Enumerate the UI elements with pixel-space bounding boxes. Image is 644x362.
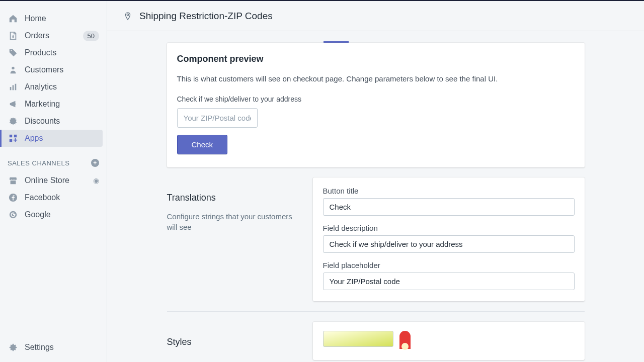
button-title-input[interactable] <box>323 198 575 216</box>
svg-point-8 <box>127 14 129 16</box>
channels-nav: Online Store ◉ Facebook Google <box>0 172 107 223</box>
sidebar-item-label: Orders <box>25 31 83 40</box>
styles-heading: Styles <box>167 337 303 347</box>
sidebar-item-label: Customers <box>25 65 99 74</box>
view-store-icon[interactable]: ◉ <box>93 176 99 185</box>
sidebar-item-settings[interactable]: Settings <box>0 339 107 356</box>
translations-card: Button title Field description Field pla… <box>313 177 585 301</box>
add-channel-button[interactable]: + <box>91 159 99 167</box>
sidebar-item-analytics[interactable]: Analytics <box>0 78 107 96</box>
channel-google[interactable]: Google <box>0 206 107 223</box>
customers-icon <box>8 64 19 75</box>
google-icon <box>8 209 19 220</box>
channel-label: Facebook <box>25 193 99 202</box>
sales-channels-label: SALES CHANNELS <box>8 159 69 167</box>
page-title: Shipping Restriction-ZIP Codes <box>139 11 273 22</box>
svg-rect-3 <box>15 84 17 90</box>
sidebar-item-customers[interactable]: Customers <box>0 61 107 78</box>
sidebar-item-label: Discounts <box>25 117 99 126</box>
products-icon <box>8 47 19 58</box>
channel-label: Google <box>25 210 99 219</box>
sidebar: Home Orders 50 Products Customers Analyt… <box>0 1 107 362</box>
sidebar-item-home[interactable]: Home <box>0 10 107 27</box>
app-pin-icon <box>122 11 133 22</box>
home-icon <box>8 13 19 24</box>
svg-point-0 <box>12 67 14 69</box>
sidebar-item-label: Home <box>25 14 99 23</box>
sidebar-item-discounts[interactable]: Discounts <box>0 113 107 130</box>
zip-input[interactable] <box>177 108 258 128</box>
sidebar-item-products[interactable]: Products <box>0 44 107 61</box>
translations-section: Translations Configure strings that your… <box>167 177 585 301</box>
sales-channels-header: SALES CHANNELS + <box>0 147 107 172</box>
discounts-icon <box>8 116 19 127</box>
marketing-icon <box>8 99 19 110</box>
sidebar-item-marketing[interactable]: Marketing <box>0 96 107 113</box>
svg-rect-1 <box>10 87 12 90</box>
sidebar-item-label: Analytics <box>25 82 99 92</box>
svg-rect-4 <box>10 135 12 137</box>
main-nav: Home Orders 50 Products Customers Analyt… <box>0 10 107 147</box>
svg-rect-6 <box>10 139 12 142</box>
translations-desc: Configure strings that your customers wi… <box>167 211 303 232</box>
field-desc-input[interactable] <box>323 235 575 253</box>
check-button[interactable]: Check <box>177 135 228 154</box>
sidebar-item-label: Apps <box>25 134 95 143</box>
orders-badge: 50 <box>83 31 99 41</box>
sidebar-item-orders[interactable]: Orders 50 <box>0 27 107 44</box>
topbar: Shipping Restriction-ZIP Codes <box>107 1 644 31</box>
translations-heading: Translations <box>167 193 303 203</box>
sidebar-item-label: Marketing <box>25 100 99 109</box>
svg-rect-2 <box>13 85 14 90</box>
field-desc-label: Field description <box>323 224 575 232</box>
svg-rect-5 <box>14 135 17 137</box>
settings-label: Settings <box>25 343 99 352</box>
content: Component preview This is what customers… <box>107 31 644 362</box>
channel-facebook[interactable]: Facebook <box>0 189 107 206</box>
styles-section: Styles <box>167 322 585 360</box>
orders-icon <box>8 30 19 41</box>
field-placeholder-input[interactable] <box>323 273 575 290</box>
channel-online-store[interactable]: Online Store ◉ <box>0 172 107 189</box>
color-picker-hue[interactable] <box>399 331 411 349</box>
gear-icon <box>8 342 19 353</box>
button-title-label: Button title <box>323 187 575 195</box>
section-divider <box>167 311 585 312</box>
store-icon <box>8 175 19 186</box>
channel-label: Online Store <box>25 176 93 185</box>
color-picker-gradient[interactable] <box>323 331 393 347</box>
sidebar-item-label: Products <box>25 48 99 57</box>
preview-description: This is what customers will see on check… <box>177 74 575 83</box>
preview-field-label: Check if we ship/deliver to your address <box>177 95 575 103</box>
main: Shipping Restriction-ZIP Codes Component… <box>107 1 644 362</box>
field-placeholder-label: Field placeholder <box>323 261 575 269</box>
preview-card: Component preview This is what customers… <box>167 43 585 167</box>
analytics-icon <box>8 81 19 93</box>
sidebar-item-apps[interactable]: Apps <box>0 130 103 147</box>
facebook-icon <box>8 192 19 203</box>
preview-heading: Component preview <box>177 54 575 64</box>
styles-card <box>313 322 585 360</box>
apps-icon <box>8 133 19 144</box>
